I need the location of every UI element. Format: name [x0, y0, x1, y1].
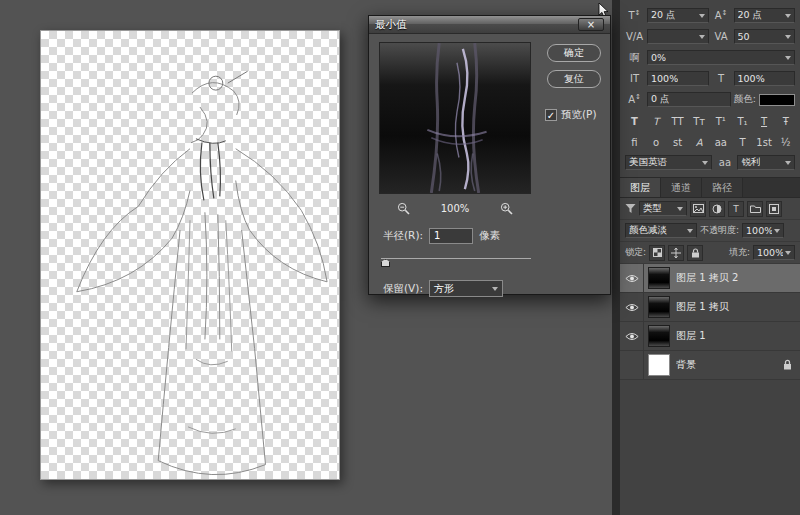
- vertical-scale-value: 100%: [651, 73, 678, 84]
- adjustment-filter-icon[interactable]: [709, 201, 725, 217]
- lock-position-icon[interactable]: [668, 245, 684, 261]
- preserve-value: 方形: [434, 282, 454, 296]
- radius-slider[interactable]: [381, 258, 531, 268]
- type-filter-icon[interactable]: T: [728, 201, 744, 217]
- vertical-scale-icon: IT: [625, 73, 644, 84]
- visibility-toggle[interactable]: [620, 322, 644, 350]
- horizontal-scale-field[interactable]: 100%: [734, 71, 796, 86]
- visibility-toggle[interactable]: [620, 293, 644, 321]
- minimum-filter-dialog: 最小值 × 确定 复位 ✓ 预览(P): [368, 15, 611, 295]
- preserve-select[interactable]: 方形: [429, 280, 503, 297]
- chevron-down-icon: [699, 14, 705, 18]
- filter-type-value: 类型: [643, 202, 662, 215]
- layer-thumbnail[interactable]: [648, 267, 670, 289]
- antialias-value: 锐利: [741, 156, 760, 169]
- layer-thumbnail[interactable]: [648, 296, 670, 318]
- preserve-row: 保留(V): 方形: [383, 280, 503, 297]
- strikethrough-button[interactable]: Ŧ: [776, 113, 795, 129]
- chevron-down-icon: [687, 229, 693, 233]
- layer-row[interactable]: 背景: [620, 351, 800, 380]
- layer-name[interactable]: 背景: [676, 358, 783, 372]
- layer-name[interactable]: 图层 1 拷贝 2: [676, 271, 800, 285]
- tab-layers[interactable]: 图层: [620, 178, 661, 197]
- chevron-down-icon: [785, 35, 791, 39]
- all-caps-button[interactable]: TT: [668, 113, 687, 129]
- layer-row[interactable]: 图层 1 拷贝: [620, 293, 800, 322]
- layer-row[interactable]: 图层 1 拷贝 2: [620, 264, 800, 293]
- radius-label: 半径(R):: [383, 229, 423, 243]
- horizontal-scale-value: 100%: [738, 73, 765, 84]
- zoom-out-icon[interactable]: [397, 202, 410, 215]
- chevron-down-icon: [677, 207, 683, 211]
- font-size-value: 20 点: [651, 9, 676, 22]
- slider-track[interactable]: [381, 258, 531, 259]
- blend-mode-select[interactable]: 颜色减淡: [625, 223, 697, 238]
- visibility-toggle[interactable]: [620, 351, 644, 379]
- document-canvas[interactable]: [40, 30, 340, 480]
- stylistic-alternates-button[interactable]: aa: [712, 134, 731, 150]
- text-color-swatch[interactable]: [759, 94, 795, 106]
- folder-filter-icon[interactable]: [747, 201, 763, 217]
- contextual-alternates-button[interactable]: o: [647, 134, 666, 150]
- radius-input[interactable]: 1: [429, 228, 473, 244]
- tracking-field[interactable]: 50: [734, 29, 796, 44]
- opacity-field[interactable]: 100%: [742, 223, 784, 238]
- swash-button[interactable]: A: [690, 134, 709, 150]
- lock-row: 锁定: 填充: 100%: [620, 242, 800, 264]
- superscript-button[interactable]: T¹: [712, 113, 731, 129]
- titling-alternates-button[interactable]: T: [733, 134, 752, 150]
- kerning-field[interactable]: [647, 29, 709, 44]
- fill-field[interactable]: 100%: [753, 245, 795, 260]
- ligatures-button[interactable]: fi: [625, 134, 644, 150]
- language-select[interactable]: 美国英语: [625, 155, 712, 170]
- faux-bold-button[interactable]: T: [625, 113, 644, 129]
- lock-transparency-icon[interactable]: [649, 245, 665, 261]
- proportional-spacing-field[interactable]: 0%: [647, 50, 795, 65]
- proportional-spacing-value: 0%: [651, 52, 666, 63]
- filter-funnel-icon: [625, 203, 636, 214]
- font-size-icon: T↕: [625, 9, 644, 21]
- dialog-titlebar[interactable]: 最小值 ×: [369, 16, 610, 34]
- filter-preview-image[interactable]: [379, 42, 531, 194]
- panel-divider: [612, 0, 620, 515]
- discretionary-ligatures-button[interactable]: st: [668, 134, 687, 150]
- preview-checkbox-group[interactable]: ✓ 预览(P): [545, 108, 597, 122]
- tab-paths[interactable]: 路径: [702, 178, 743, 197]
- underline-button[interactable]: T: [755, 113, 774, 129]
- ok-button[interactable]: 确定: [547, 44, 601, 62]
- visibility-toggle[interactable]: [620, 264, 644, 292]
- leading-field[interactable]: 20 点: [734, 8, 796, 23]
- preview-checkbox-label: 预览(P): [561, 108, 597, 122]
- antialias-select[interactable]: 锐利: [737, 155, 795, 170]
- layers-panel-empty-area: [620, 380, 800, 515]
- layer-thumbnail[interactable]: [648, 325, 670, 347]
- lock-all-icon[interactable]: [687, 245, 703, 261]
- ordinals-button[interactable]: 1st: [755, 134, 774, 150]
- language-value: 美国英语: [629, 156, 667, 169]
- layer-name[interactable]: 图层 1: [676, 329, 800, 343]
- layer-name[interactable]: 图层 1 拷贝: [676, 300, 800, 314]
- blend-mode-row: 颜色减淡 不透明度: 100%: [620, 220, 800, 242]
- kerning-icon: V/A: [625, 31, 644, 42]
- font-size-field[interactable]: 20 点: [647, 8, 709, 23]
- layer-thumbnail[interactable]: [648, 354, 670, 376]
- zoom-in-icon[interactable]: [500, 202, 513, 215]
- tab-channels[interactable]: 通道: [661, 178, 702, 197]
- baseline-shift-icon: A↕: [625, 93, 644, 105]
- faux-italic-button[interactable]: T: [647, 113, 666, 129]
- fill-value: 100%: [757, 247, 783, 258]
- baseline-shift-field[interactable]: 0 点: [647, 92, 731, 107]
- reset-button[interactable]: 复位: [547, 70, 601, 88]
- layer-row[interactable]: 图层 1: [620, 322, 800, 351]
- layers-panel: 图层 通道 路径 类型 T: [620, 178, 800, 515]
- small-caps-button[interactable]: Tᴛ: [690, 113, 709, 129]
- fractions-button[interactable]: ½: [776, 134, 795, 150]
- filter-type-select[interactable]: 类型: [639, 201, 687, 216]
- pixel-filter-icon[interactable]: [690, 201, 706, 217]
- subscript-button[interactable]: T₁: [733, 113, 752, 129]
- close-button[interactable]: ×: [578, 18, 604, 31]
- preview-checkbox[interactable]: ✓: [545, 109, 557, 121]
- smart-object-filter-icon[interactable]: [766, 201, 782, 217]
- slider-handle[interactable]: [381, 259, 390, 267]
- vertical-scale-field[interactable]: 100%: [647, 71, 709, 86]
